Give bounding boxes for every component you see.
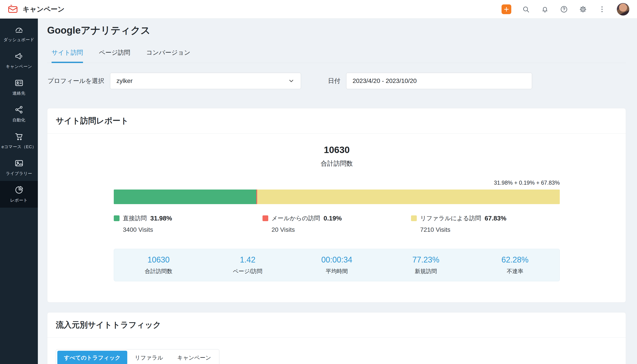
pie-chart-icon — [15, 185, 24, 194]
page-title: Googleアナリティクス — [47, 24, 626, 37]
sidebar-item-campaigns[interactable]: キャンペーン — [0, 47, 38, 74]
automation-nodes-icon — [15, 105, 24, 114]
card-title-site-visit-report: サイト訪問レポート — [56, 116, 129, 125]
stat-bounce-rate: 62.28% 不達率 — [470, 255, 559, 275]
stat-total-visits: 10630 合計訪問数 — [114, 255, 203, 275]
cart-icon — [15, 132, 24, 141]
filter-row: プロフィールを選択 zylker 日付 — [47, 73, 626, 89]
stat-label: 平均時間 — [292, 268, 381, 275]
sidebar-item-label: レポート — [10, 198, 28, 203]
traffic-tab-campaign[interactable]: キャンペーン — [171, 351, 218, 364]
stat-label: 不達率 — [470, 268, 559, 275]
top-header: キャンペーン — [0, 0, 637, 18]
stat-pages-per-visit: 1.42 ページ/訪問 — [203, 255, 292, 275]
brand: キャンペーン — [8, 4, 65, 15]
tab-conversion[interactable]: コンバージョン — [146, 48, 190, 63]
stat-label: ページ/訪問 — [203, 268, 292, 275]
sidebar-item-library[interactable]: ライブラリー — [0, 154, 38, 181]
app-name: キャンペーン — [23, 5, 65, 14]
profile-select-value: zylker — [116, 78, 133, 84]
summary-stats-strip: 10630 合計訪問数 1.42 ページ/訪問 00:00:34 平均時間 77… — [114, 249, 560, 281]
legend-visits: 7210 Visits — [420, 226, 560, 233]
legend-label: メールからの訪問 — [271, 214, 320, 222]
total-visits-value: 10630 — [114, 145, 560, 155]
sidebar-nav: ダッシュボード キャンペーン 連絡先 自動化 eコマース（EC） ライブラリー … — [0, 18, 38, 364]
stat-value: 77.23% — [381, 255, 471, 264]
sidebar-item-automation[interactable]: 自動化 — [0, 100, 38, 128]
legend-item-direct: 直接訪問 31.98% 3400 Visits — [114, 214, 262, 233]
help-icon[interactable] — [559, 5, 568, 14]
sidebar-item-label: ダッシュボード — [4, 37, 34, 43]
traffic-by-source-card: 流入元別サイトトラフィック すべてのトラフィック リファラル キャンペーン — [47, 312, 626, 364]
stat-label: 合計訪問数 — [114, 268, 203, 275]
date-range-input[interactable] — [346, 73, 532, 89]
stat-new-visits: 77.23% 新規訪問 — [381, 255, 471, 275]
stat-value: 00:00:34 — [292, 255, 381, 264]
chevron-down-icon — [288, 78, 294, 84]
sidebar-item-contacts[interactable]: 連絡先 — [0, 74, 38, 100]
legend-swatch-referral — [411, 216, 417, 221]
sidebar-item-ecommerce[interactable]: eコマース（EC） — [0, 128, 38, 154]
sidebar-item-label: キャンペーン — [6, 64, 32, 70]
legend-item-referral: リファラルによる訪問 67.83% 7210 Visits — [411, 214, 560, 233]
legend-swatch-direct — [114, 216, 120, 221]
stat-value: 1.42 — [203, 255, 292, 264]
sidebar-item-label: eコマース（EC） — [2, 144, 36, 150]
plus-icon — [504, 6, 509, 12]
campaigns-logo-icon — [8, 4, 18, 15]
megaphone-icon — [15, 52, 24, 61]
traffic-tab-referral[interactable]: リファラル — [128, 351, 170, 364]
traffic-tab-all[interactable]: すべてのトラフィック — [57, 351, 127, 364]
user-avatar[interactable] — [617, 3, 629, 16]
library-image-icon — [15, 158, 24, 168]
date-range-label: 日付 — [328, 77, 341, 85]
header-actions — [502, 3, 629, 16]
report-tabs: サイト訪問 ページ訪問 コンバージョン — [47, 48, 626, 63]
legend-percent: 31.98% — [150, 215, 172, 222]
dashboard-gauge-icon — [15, 25, 24, 34]
legend-swatch-email — [262, 216, 268, 221]
legend-percent: 67.83% — [484, 215, 506, 222]
site-visit-report-card: サイト訪問レポート 10630 合計訪問数 31.98% + 0.19% + 6… — [47, 108, 626, 302]
legend-visits: 3400 Visits — [123, 226, 262, 233]
legend-visits: 20 Visits — [271, 226, 411, 233]
traffic-legend: 直接訪問 31.98% 3400 Visits メールからの訪問 0.19% 2… — [114, 214, 560, 233]
stat-label: 新規訪問 — [381, 268, 471, 275]
notifications-icon[interactable] — [540, 5, 549, 14]
total-visits-label: 合計訪問数 — [114, 159, 560, 168]
profile-select-label: プロフィールを選択 — [48, 77, 104, 85]
stat-value: 62.28% — [470, 255, 559, 264]
tab-page-visits[interactable]: ページ訪問 — [99, 48, 130, 63]
stacked-traffic-bar — [114, 190, 560, 204]
card-divider — [47, 133, 626, 134]
legend-label: 直接訪問 — [123, 214, 147, 222]
legend-label: リファラルによる訪問 — [420, 214, 481, 222]
visit-chart-area: 10630 合計訪問数 31.98% + 0.19% + 67.83% 直接訪問… — [47, 145, 626, 302]
bar-segment-direct — [114, 190, 256, 204]
legend-percent: 0.19% — [324, 215, 342, 222]
search-icon[interactable] — [521, 5, 530, 14]
profile-select[interactable]: zylker — [110, 73, 301, 89]
add-button[interactable] — [502, 4, 511, 14]
contact-card-icon — [15, 78, 24, 88]
stat-value: 10630 — [114, 255, 203, 264]
sidebar-item-dashboard[interactable]: ダッシュボード — [0, 20, 38, 47]
card-title-traffic-by-source: 流入元別サイトトラフィック — [56, 320, 161, 329]
traffic-filter-segmented-control: すべてのトラフィック リファラル キャンペーン — [56, 349, 219, 364]
sidebar-item-label: 連絡先 — [13, 90, 26, 96]
main-content: Googleアナリティクス サイト訪問 ページ訪問 コンバージョン プロフィール… — [38, 18, 637, 364]
settings-gear-icon[interactable] — [578, 5, 587, 14]
sidebar-item-label: ライブラリー — [6, 171, 32, 176]
bar-segment-referral — [257, 190, 560, 204]
more-kebab-icon[interactable] — [598, 5, 606, 14]
percent-summary: 31.98% + 0.19% + 67.83% — [114, 180, 560, 186]
legend-item-email: メールからの訪問 0.19% 20 Visits — [262, 214, 411, 233]
sidebar-item-label: 自動化 — [13, 117, 26, 123]
tab-site-visits[interactable]: サイト訪問 — [52, 48, 83, 63]
stat-avg-time: 00:00:34 平均時間 — [292, 255, 381, 275]
sidebar-item-reports[interactable]: レポート — [0, 181, 38, 208]
